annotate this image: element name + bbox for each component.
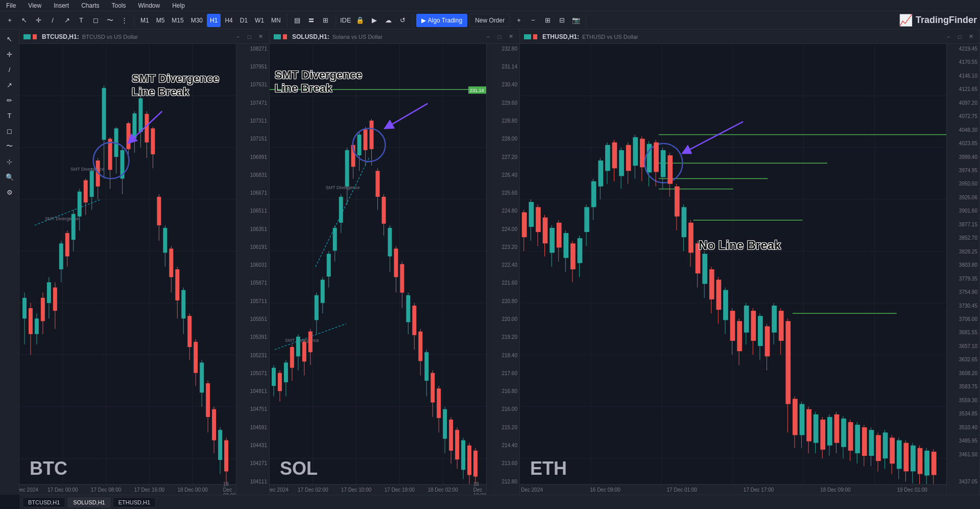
eth-minimize[interactable]: − — [944, 32, 953, 41]
sol-price-6: 228.00 — [501, 136, 517, 142]
layout-btn[interactable]: ⊟ — [555, 14, 568, 27]
btc-chart-header: BTCUSD,H1: BTCUSD vs US Dollar − □ ✕ — [19, 30, 269, 44]
sol-maximize[interactable]: □ — [495, 32, 504, 41]
more-tools-btn[interactable]: ⋮ — [117, 14, 131, 27]
svg-rect-214 — [584, 207, 589, 232]
text-tool[interactable]: T — [3, 108, 17, 123]
rect-tool[interactable]: ◻ — [3, 124, 17, 138]
text-tool-btn[interactable]: T — [75, 14, 88, 27]
btc-price-2: 107951 — [250, 64, 267, 70]
zoom-out-btn[interactable]: − — [527, 14, 540, 27]
arrow-tool-btn[interactable]: ↗ — [60, 14, 74, 27]
eth-price-18: 3779.35 — [959, 275, 977, 281]
btc-canvas: SMT Divergence — [19, 44, 269, 495]
svg-rect-224 — [619, 150, 624, 176]
svg-rect-198 — [529, 202, 534, 227]
tf-h1[interactable]: H1 — [207, 14, 221, 27]
menu-view[interactable]: View — [26, 1, 43, 10]
grid-btn[interactable]: ⊞ — [541, 14, 554, 27]
btc-price-20: 104911 — [250, 388, 267, 394]
pencil-tool[interactable]: ✏ — [3, 93, 17, 107]
tab-ethusd[interactable]: ETHUSD,H1 — [113, 497, 156, 507]
btc-time-3: 17 Dec 08:00 — [91, 487, 122, 493]
new-order-btn[interactable]: New Order — [469, 14, 510, 27]
sol-minimize[interactable]: − — [484, 32, 493, 41]
svg-rect-310 — [911, 446, 916, 472]
sol-time-axis: 16 Dec 2024 17 Dec 02:00 17 Dec 10:00 17… — [270, 484, 486, 495]
eth-price-17: 3803.80 — [959, 262, 977, 268]
eth-price-20: 3730.45 — [959, 303, 977, 308]
tab-btcusd[interactable]: BTCUSD,H1 — [22, 497, 65, 507]
svg-rect-54 — [138, 98, 142, 132]
tf-m15[interactable]: M15 — [169, 14, 186, 27]
eth-maximize[interactable]: □ — [955, 32, 964, 41]
btc-price-22: 104591 — [250, 424, 267, 430]
screenshot-btn[interactable]: 📷 — [569, 14, 583, 27]
cloud-btn[interactable]: ☁ — [382, 14, 395, 27]
btc-maximize[interactable]: □ — [245, 32, 254, 41]
svg-rect-19 — [41, 298, 45, 321]
compare-btn[interactable]: ⊞ — [319, 14, 332, 27]
svg-rect-13 — [22, 298, 27, 319]
svg-rect-220 — [605, 145, 610, 171]
svg-rect-33 — [78, 192, 82, 217]
new-chart-btn[interactable]: + — [3, 14, 16, 27]
tf-mn[interactable]: MN — [268, 14, 284, 27]
zoom-in-btn[interactable]: + — [512, 14, 525, 27]
sol-time-2: 17 Dec 02:00 — [298, 487, 328, 493]
btc-minimize[interactable]: − — [233, 32, 243, 41]
btc-time-4: 17 Dec 16:00 — [134, 487, 165, 493]
tf-w1[interactable]: W1 — [252, 14, 267, 27]
measure-tool[interactable]: ⊹ — [3, 154, 17, 169]
crosshair-btn[interactable]: ✛ — [32, 14, 45, 27]
fibonacci-tool-btn[interactable]: 〜 — [103, 14, 116, 27]
eth-close[interactable]: ✕ — [966, 32, 975, 41]
line-tool[interactable]: / — [3, 62, 17, 77]
shapes-tool-btn[interactable]: ◻ — [89, 14, 102, 27]
lock-btn[interactable]: 🔒 — [353, 14, 367, 27]
sol-big-label: SOL — [280, 458, 318, 479]
menu-tools[interactable]: Tools — [110, 1, 128, 10]
line-tool-btn[interactable]: / — [46, 14, 59, 27]
settings-sidebar[interactable]: ⚙ — [3, 185, 17, 199]
zoom-tool[interactable]: 🔍 — [3, 170, 17, 184]
refresh-btn[interactable]: ↺ — [396, 14, 410, 27]
ide-btn[interactable]: IDE — [339, 14, 352, 27]
menu-insert[interactable]: Insert — [52, 1, 71, 10]
svg-rect-244 — [682, 207, 687, 237]
crosshair-tool[interactable]: ✛ — [3, 47, 17, 61]
sol-time-1: 16 Dec 2024 — [270, 487, 289, 493]
btc-price-8: 106831 — [250, 172, 267, 177]
cursor-btn[interactable]: ↖ — [17, 14, 31, 27]
tf-m30[interactable]: M30 — [188, 14, 206, 27]
btc-time-1: 16 Dec 2024 — [19, 487, 38, 493]
svg-rect-108 — [290, 347, 294, 368]
tf-d1[interactable]: D1 — [237, 14, 251, 27]
menu-charts[interactable]: Charts — [79, 1, 101, 10]
tf-m1[interactable]: M1 — [137, 14, 152, 27]
arrow-tool[interactable]: ↗ — [3, 78, 17, 92]
chart-type-btn[interactable]: ▤ — [291, 14, 304, 27]
tab-solusd[interactable]: SOLUSD,H1 — [67, 497, 110, 507]
btc-price-18: 105231 — [250, 352, 267, 358]
tf-h4[interactable]: H4 — [222, 14, 235, 27]
new-order-label: New Order — [475, 17, 505, 24]
fib-tool[interactable]: 〜 — [3, 139, 17, 153]
svg-rect-290 — [841, 419, 846, 447]
play-btn[interactable]: ▶ — [368, 14, 381, 27]
tf-m5[interactable]: M5 — [153, 14, 168, 27]
btc-close[interactable]: ✕ — [256, 32, 265, 41]
eth-chart-title: ETHUSD,H1: — [542, 33, 579, 40]
eth-price-25: 3608.20 — [959, 370, 977, 376]
menu-file[interactable]: File — [4, 1, 18, 10]
cursor-tool[interactable]: ↖ — [3, 32, 17, 46]
svg-text:231.14: 231.14 — [470, 88, 484, 93]
btc-price-5: 107311 — [250, 118, 267, 123]
svg-rect-266 — [758, 316, 763, 346]
algo-trading-btn[interactable]: ▶ Algo Trading — [416, 14, 467, 27]
chart-style-btn[interactable]: 〓 — [305, 14, 318, 27]
svg-rect-114 — [302, 342, 306, 362]
sol-close[interactable]: ✕ — [506, 32, 515, 41]
menu-window[interactable]: Window — [136, 1, 162, 10]
menu-help[interactable]: Help — [170, 1, 187, 10]
